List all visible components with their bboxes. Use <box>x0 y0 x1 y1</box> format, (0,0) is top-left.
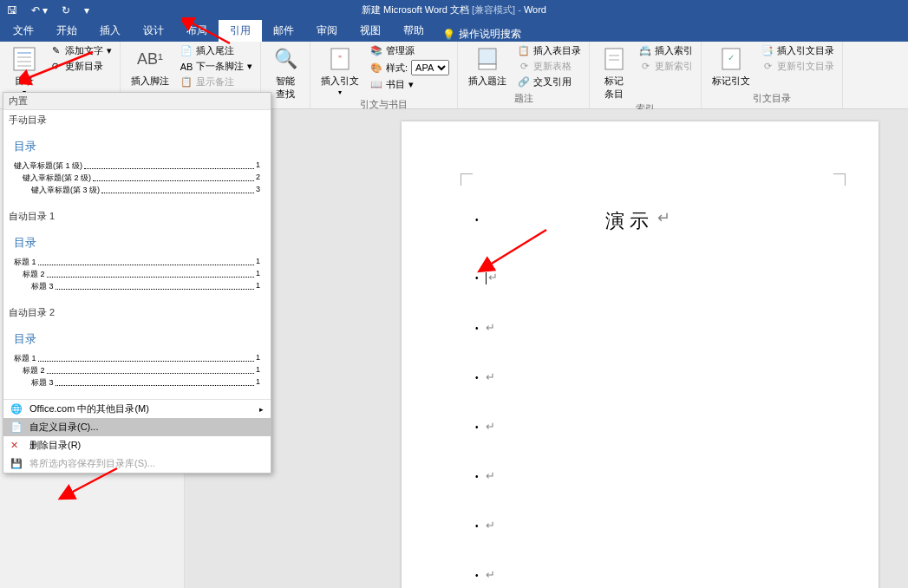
update-table-button: ⟳更新表格 <box>515 59 584 74</box>
mark-citation-icon: ✓ <box>717 45 745 73</box>
update-toa-icon: ⟳ <box>761 61 774 73</box>
group-caption: 插入题注 📋插入表目录 ⟳更新表格 🔗交叉引用 题注 <box>458 42 590 108</box>
toc-dropdown: 内置 手动目录 目录 键入章标题(第 1 级)1键入章标题(第 2 级)2键入章… <box>3 92 271 474</box>
globe-icon: 🌐 <box>10 403 23 415</box>
style-select[interactable]: APA <box>411 60 449 75</box>
mark-entry-button[interactable]: 标记 条目 <box>595 43 633 102</box>
group-index: 标记 条目 📇插入索引 ⟳更新索引 索引 <box>590 42 702 108</box>
tab-home[interactable]: 开始 <box>45 20 88 42</box>
insert-index-button[interactable]: 📇插入索引 <box>637 43 696 58</box>
smart-lookup-button[interactable]: 🔍 智能 查找 <box>266 43 304 102</box>
paragraph-mark-icon: ↵ <box>657 208 676 234</box>
manage-sources-button[interactable]: 📚管理源 <box>368 43 452 58</box>
svg-line-16 <box>191 23 230 43</box>
cross-reference-button[interactable]: 🔗交叉引用 <box>515 75 584 89</box>
tab-view[interactable]: 视图 <box>349 20 392 42</box>
save-icon: 💾 <box>10 458 23 470</box>
paragraph[interactable]: •↵ <box>475 568 805 581</box>
toa-group-label: 引文目录 <box>707 92 837 107</box>
insert-index-icon: 📇 <box>639 45 651 57</box>
tellme-search[interactable]: 💡 操作说明搜索 <box>442 27 521 42</box>
custom-toc[interactable]: 📄 自定义目录(C)... <box>3 418 271 436</box>
insert-footnote-button[interactable]: AB¹ 插入脚注 <box>126 43 174 89</box>
svg-rect-7 <box>479 49 496 64</box>
page-icon: 📄 <box>10 421 23 434</box>
annotation-arrow <box>19 48 97 87</box>
auto-toc-1-option[interactable]: 目录 标题 11标题 21标题 31 <box>9 229 265 296</box>
manage-icon: 📚 <box>370 45 382 57</box>
style-icon: 🎨 <box>370 62 382 74</box>
tab-insert[interactable]: 插入 <box>88 20 132 42</box>
customize-qat[interactable]: ▾ <box>81 3 93 18</box>
save-icon[interactable]: 🖫 <box>3 3 21 18</box>
document-page[interactable]: • 演示↵ •↵•↵•↵•↵•↵•↵•↵ <box>402 121 879 588</box>
paragraph[interactable]: •↵ <box>475 519 805 532</box>
lightbulb-icon: 💡 <box>442 29 455 41</box>
office-com-toc[interactable]: 🌐 Office.com 中的其他目录(M) ▸ <box>3 400 271 418</box>
paragraph[interactable]: •↵ <box>475 370 805 383</box>
paragraph[interactable]: •↵ <box>475 321 805 334</box>
svg-text:✓: ✓ <box>728 53 735 62</box>
redo-button[interactable]: ↻ <box>58 3 74 18</box>
svg-rect-8 <box>479 64 496 69</box>
margin-corner <box>833 173 846 186</box>
svg-line-18 <box>490 230 546 265</box>
insert-toa-icon: 📑 <box>761 45 774 57</box>
tab-review[interactable]: 审阅 <box>305 20 349 42</box>
ribbon-tabs: 文件 开始 插入 设计 布局 引用 邮件 审阅 视图 帮助 💡 操作说明搜索 <box>0 20 908 42</box>
caption-group-label: 题注 <box>463 92 584 107</box>
update-table-icon: ⟳ <box>518 61 530 73</box>
search-icon: 🔍 <box>271 45 299 73</box>
paragraph[interactable]: •↵ <box>475 469 805 482</box>
group-toa: ✓ 标记引文 📑插入引文目录 ⟳更新引文目录 引文目录 <box>702 42 843 108</box>
chevron-right-icon: ▸ <box>259 405 264 414</box>
insert-toa-button[interactable]: 📑插入引文目录 <box>759 43 837 58</box>
annotation-arrow <box>182 17 234 48</box>
insert-citation-button[interactable]: " 插入引文 ▾ <box>316 43 364 98</box>
caption-icon <box>474 45 501 73</box>
auto-toc-1-label: 自动目录 1 <box>3 206 271 226</box>
show-notes-button: 📋显示备注 <box>178 75 255 89</box>
titlebar: 🖫 ↶ ▾ ↻ ▾ 新建 Microsoft Word 文档 [兼容模式] - … <box>0 0 908 20</box>
manual-toc-option[interactable]: 目录 键入章标题(第 1 级)1键入章标题(第 2 级)2键入章标题(第 3 级… <box>9 133 265 199</box>
svg-text:": " <box>338 55 342 64</box>
delete-icon: ✕ <box>10 440 23 452</box>
paragraph[interactable]: •↵ <box>475 420 805 433</box>
show-icon: 📋 <box>180 76 193 88</box>
citation-style[interactable]: 🎨样式: APA <box>368 59 452 76</box>
tab-file[interactable]: 文件 <box>2 20 45 42</box>
svg-rect-9 <box>605 49 623 69</box>
biblio-icon: 📖 <box>370 79 382 91</box>
update-index-button: ⟳更新索引 <box>637 59 696 74</box>
tof-icon: 📋 <box>518 45 530 57</box>
svg-line-17 <box>71 468 117 493</box>
citation-icon: " <box>326 45 354 73</box>
manual-toc-label: 手动目录 <box>3 110 271 130</box>
tab-mailings[interactable]: 邮件 <box>262 20 305 42</box>
mark-citation-button[interactable]: ✓ 标记引文 <box>707 43 755 89</box>
update-toa-button: ⟳更新引文目录 <box>759 59 837 74</box>
auto-toc-2-label: 自动目录 2 <box>3 303 271 323</box>
dropdown-header: 内置 <box>3 93 271 110</box>
margin-corner <box>461 173 473 186</box>
auto-toc-2-option[interactable]: 目录 标题 11标题 21标题 31 <box>9 325 265 392</box>
annotation-arrow <box>52 464 121 503</box>
group-citation: " 插入引文 ▾ 📚管理源 🎨样式: APA 📖书目 ▾ 引文与书目 <box>310 42 458 108</box>
annotation-arrow <box>477 225 555 273</box>
footnote-icon: AB¹ <box>136 45 164 73</box>
next-icon: AB <box>180 61 193 73</box>
insert-caption-button[interactable]: 插入题注 <box>463 43 512 89</box>
remove-toc[interactable]: ✕ 删除目录(R) <box>3 436 271 454</box>
tab-help[interactable]: 帮助 <box>392 20 435 42</box>
bibliography-button[interactable]: 📖书目 ▾ <box>368 77 452 92</box>
insert-table-of-figures-button[interactable]: 📋插入表目录 <box>515 43 584 58</box>
save-to-gallery: 💾 将所选内容保存到目录库(S)... <box>3 454 271 473</box>
next-footnote-button[interactable]: AB下一条脚注 ▾ <box>178 59 255 74</box>
svg-line-15 <box>28 52 93 78</box>
crossref-icon: 🔗 <box>518 76 530 88</box>
undo-button[interactable]: ↶ ▾ <box>28 3 51 18</box>
tab-design[interactable]: 设计 <box>132 20 175 42</box>
document-area: • 演示↵ •↵•↵•↵•↵•↵•↵•↵ <box>185 109 908 588</box>
mark-entry-icon <box>600 45 628 73</box>
window-title: 新建 Microsoft Word 文档 [兼容模式] - Word <box>362 3 546 16</box>
